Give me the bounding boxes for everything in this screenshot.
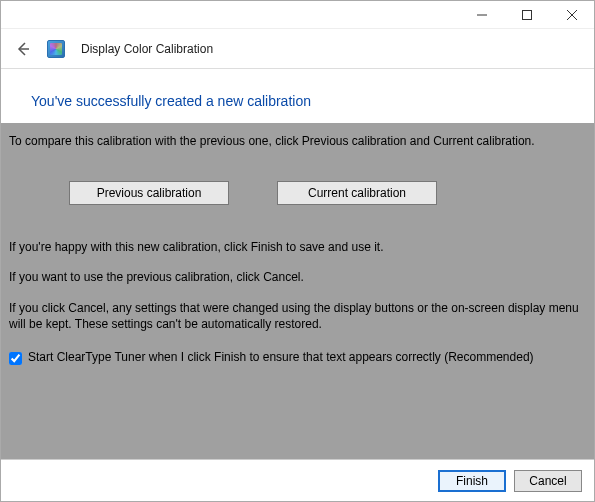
back-button[interactable] bbox=[15, 41, 31, 57]
cancel-hint-text: If you want to use the previous calibrat… bbox=[9, 269, 586, 285]
cancel-note-text: If you click Cancel, any settings that w… bbox=[9, 300, 586, 332]
wizard-footer: Finish Cancel bbox=[1, 459, 594, 501]
close-button[interactable] bbox=[549, 1, 594, 28]
previous-calibration-button[interactable]: Previous calibration bbox=[69, 181, 229, 205]
finish-hint-text: If you're happy with this new calibratio… bbox=[9, 239, 586, 255]
compare-intro-text: To compare this calibration with the pre… bbox=[9, 133, 586, 149]
header-title: Display Color Calibration bbox=[81, 42, 213, 56]
minimize-icon bbox=[477, 10, 487, 20]
wizard-header: Display Color Calibration bbox=[1, 29, 594, 69]
cleartype-checkbox[interactable] bbox=[9, 352, 22, 365]
maximize-button[interactable] bbox=[504, 1, 549, 28]
maximize-icon bbox=[522, 10, 532, 20]
cleartype-label: Start ClearType Tuner when I click Finis… bbox=[28, 350, 534, 364]
window-titlebar bbox=[1, 1, 594, 29]
close-icon bbox=[567, 10, 577, 20]
cleartype-row[interactable]: Start ClearType Tuner when I click Finis… bbox=[9, 350, 586, 365]
content-area: To compare this calibration with the pre… bbox=[1, 123, 594, 459]
finish-button[interactable]: Finish bbox=[438, 470, 506, 492]
calibration-icon bbox=[47, 40, 65, 58]
current-calibration-button[interactable]: Current calibration bbox=[277, 181, 437, 205]
page-heading: You've successfully created a new calibr… bbox=[1, 69, 594, 123]
svg-rect-1 bbox=[522, 10, 531, 19]
arrow-left-icon bbox=[15, 41, 31, 57]
compare-buttons-row: Previous calibration Current calibration bbox=[9, 163, 586, 225]
minimize-button[interactable] bbox=[459, 1, 504, 28]
cancel-button[interactable]: Cancel bbox=[514, 470, 582, 492]
